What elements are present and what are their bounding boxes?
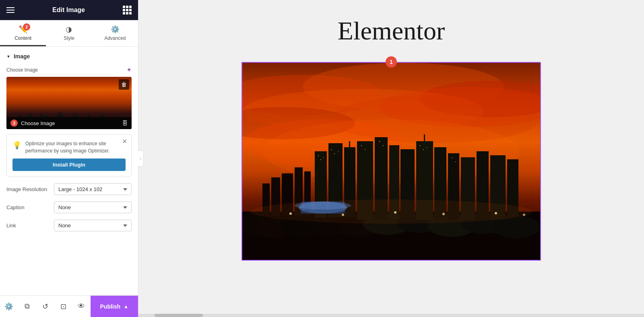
main-image (242, 63, 540, 260)
svg-rect-55 (452, 157, 452, 158)
scrollbar-thumb (155, 314, 203, 317)
publish-button[interactable]: Publish ▲ (91, 296, 138, 317)
tab-advanced-label: Advanced (104, 35, 126, 41)
tab-content-label: Content (14, 35, 31, 41)
section-arrow-icon: ▼ (6, 54, 10, 59)
gear-icon: ⚙️ (111, 25, 120, 34)
tab-advanced[interactable]: ⚙️ Advanced (92, 20, 138, 46)
link-select[interactable]: None Media File Custom URL (54, 220, 132, 231)
canvas-title: Elementor (338, 16, 445, 46)
choose-image-badge: 3 (10, 119, 18, 127)
database-icon: 🗄 (122, 120, 128, 126)
link-label: Link (6, 222, 51, 228)
optimizer-text: Optimize your images to enhance site per… (25, 140, 126, 154)
preview-button[interactable]: 👁 (72, 296, 91, 317)
image-resolution-row: Image Resolution Large - 1024 x 102 Medi… (6, 183, 132, 195)
chevron-up-icon: ▲ (124, 304, 128, 309)
tab-style[interactable]: ◑ Style (46, 20, 92, 46)
optimizer-top: 💡 Optimize your images to enhance site p… (12, 140, 126, 154)
section-label: Image (14, 53, 30, 60)
panel-title: Edit Image (52, 6, 85, 14)
svg-rect-43 (320, 159, 321, 160)
caption-select[interactable]: None Attachment Caption Custom Caption (54, 202, 132, 213)
delete-image-button[interactable]: 🗑 (119, 79, 129, 90)
choose-image-btn-label: Choose Image (21, 120, 55, 126)
choose-image-label-row: Choose Image ✦ (6, 66, 132, 74)
expand-icon[interactable]: ✦ (126, 66, 132, 74)
svg-rect-53 (423, 149, 424, 150)
bottom-scrollbar[interactable] (138, 314, 644, 317)
choose-image-bar[interactable]: 3 Choose Image 🗄 (6, 117, 132, 129)
left-panel: Edit Image ✏️ Content 2 ◑ Style ⚙️ Advan… (0, 0, 138, 317)
svg-rect-44 (323, 157, 324, 158)
collapse-handle[interactable]: ‹ (138, 150, 144, 167)
panel-content: ▼ Image Choose Image ✦ 🗑 3 Choose Image … (0, 47, 138, 295)
image-section-header: ▼ Image (6, 53, 132, 60)
hamburger-menu[interactable] (6, 7, 14, 13)
svg-rect-42 (318, 155, 319, 156)
svg-rect-45 (331, 149, 332, 150)
image-resolution-label: Image Resolution (6, 186, 51, 192)
grid-menu-icon[interactable] (123, 6, 132, 14)
svg-rect-48 (361, 145, 362, 146)
caption-row: Caption None Attachment Caption Custom C… (6, 202, 132, 213)
svg-rect-29 (349, 141, 350, 149)
svg-rect-35 (424, 134, 425, 142)
svg-rect-52 (419, 145, 420, 146)
style-icon: ◑ (66, 25, 72, 34)
canvas-area: Elementor 1 (138, 0, 644, 317)
svg-rect-46 (334, 153, 335, 154)
panel-header: Edit Image (0, 0, 138, 20)
tab-content[interactable]: ✏️ Content 2 (0, 20, 46, 46)
content-badge: 2 (23, 23, 30, 31)
svg-point-66 (250, 200, 532, 224)
svg-rect-50 (379, 141, 380, 142)
link-row: Link None Media File Custom URL (6, 220, 132, 231)
close-optimizer-button[interactable]: ✕ (122, 138, 127, 145)
settings-button[interactable]: ⚙️ (0, 296, 18, 317)
layers-button[interactable]: ⧉ (18, 296, 36, 317)
image-preview[interactable]: 🗑 3 Choose Image 🗄 (6, 77, 132, 129)
svg-rect-56 (455, 161, 456, 162)
install-plugin-button[interactable]: Install Plugin (12, 158, 126, 171)
image-widget-badge: 1 (386, 56, 397, 68)
image-widget[interactable]: 1 (242, 62, 541, 261)
optimizer-box: ✕ 💡 Optimize your images to enhance site… (6, 134, 132, 177)
svg-rect-54 (427, 147, 427, 148)
publish-label: Publish (100, 303, 121, 310)
svg-rect-51 (383, 145, 384, 146)
tab-style-label: Style (64, 35, 74, 41)
responsive-button[interactable]: ⊡ (54, 296, 72, 317)
caption-label: Caption (6, 204, 51, 210)
panel-footer: ⚙️ ⧉ ↺ ⊡ 👁 Publish ▲ (0, 295, 138, 317)
svg-rect-47 (338, 151, 339, 152)
choose-image-label: Choose Image (6, 67, 38, 73)
optimizer-icon: 💡 (12, 141, 21, 150)
history-button[interactable]: ↺ (36, 296, 54, 317)
svg-rect-49 (365, 149, 365, 150)
image-resolution-select[interactable]: Large - 1024 x 102 Medium - 300 x 300 Fu… (54, 183, 132, 195)
panel-tabs: ✏️ Content 2 ◑ Style ⚙️ Advanced (0, 20, 138, 47)
